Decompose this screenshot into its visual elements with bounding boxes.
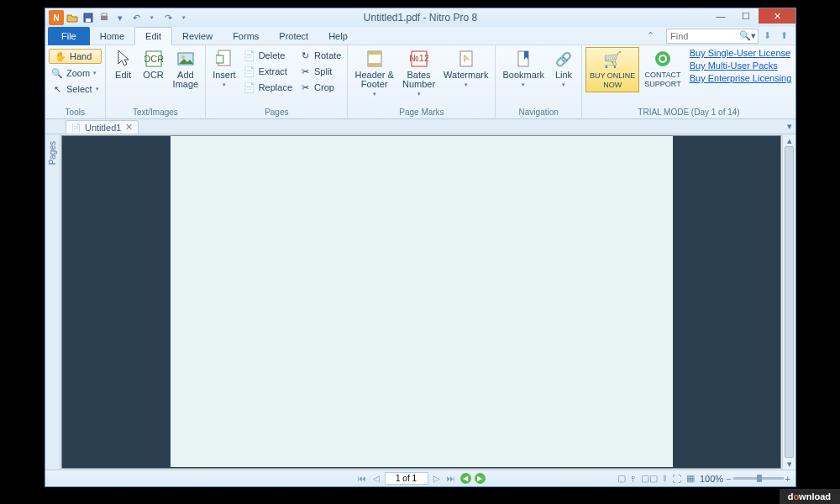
tab-close-icon[interactable]: ✕ <box>125 122 133 133</box>
view-fullscreen-icon[interactable]: ⛶ <box>672 474 681 484</box>
nav-down-icon[interactable]: ⬇ <box>764 30 775 42</box>
crop-button[interactable]: ✂Crop <box>297 81 344 94</box>
redo-icon[interactable]: ↷ <box>160 10 176 25</box>
status-bar: ⏮ ◁ ▷ ⏭ ◀ ▶ ▢ ⫯ ▢▢ ⫴ ⛶ ▦ 100% − <box>45 470 795 486</box>
tab-dropdown-icon[interactable]: ▾ <box>787 121 792 132</box>
group-trial: 🛒BUY ONLINE NOW CONTACT SUPPORT Buy Sing… <box>582 45 795 118</box>
tab-edit[interactable]: Edit <box>134 27 172 45</box>
save-icon[interactable] <box>81 10 96 25</box>
group-label: Pages <box>209 108 344 118</box>
nav-up-icon[interactable]: ⬆ <box>780 30 792 42</box>
bates-number-button[interactable]: №12Bates Number▾ <box>399 47 438 100</box>
collapse-ribbon-icon[interactable]: ⌃ <box>647 30 654 41</box>
edit-button[interactable]: Edit <box>109 47 138 81</box>
replace-button[interactable]: 📄Replace <box>241 81 295 94</box>
zoom-controls: 100% − + <box>700 474 790 484</box>
ocr-icon: OCR <box>144 49 164 69</box>
window-buttons: — ☐ ✕ <box>708 8 795 24</box>
search-icon[interactable]: 🔍▾ <box>739 30 756 41</box>
vertical-scrollbar[interactable]: ▴ ▾ <box>782 134 795 470</box>
maximize-button[interactable]: ☐ <box>733 8 759 24</box>
slider-track[interactable] <box>733 477 784 480</box>
split-button[interactable]: ✂Split <box>297 65 344 78</box>
status-right: ▢ ⫯ ▢▢ ⫴ ⛶ ▦ 100% − + <box>617 473 790 484</box>
scroll-down-icon[interactable]: ▾ <box>783 458 795 470</box>
svg-rect-12 <box>368 63 381 66</box>
next-page-icon[interactable]: ▷ <box>432 474 442 483</box>
view-facing-cont-icon[interactable]: ⫴ <box>663 473 667 484</box>
quick-access-toolbar: N ▾ ↶ ▾ ↷ ▾ <box>45 10 192 25</box>
extract-icon: 📄 <box>244 66 255 77</box>
svg-rect-9 <box>216 55 223 63</box>
scroll-thumb[interactable] <box>785 146 794 458</box>
zoom-tool-button[interactable]: 🔍Zoom ▾ <box>49 66 102 80</box>
buy-online-button[interactable]: 🛒BUY ONLINE NOW <box>585 47 639 92</box>
svg-point-20 <box>660 56 665 61</box>
zoom-slider[interactable]: − + <box>726 474 790 484</box>
nav-back-icon[interactable]: ◀ <box>460 473 471 484</box>
group-navigation: Bookmark▾ 🔗Link▾ Navigation <box>496 45 582 118</box>
first-page-icon[interactable]: ⏮ <box>356 474 368 483</box>
workspace: Pages ▴ ▾ <box>45 134 795 470</box>
tab-file[interactable]: File <box>48 27 90 45</box>
app-icon[interactable]: N <box>49 10 64 25</box>
rotate-button[interactable]: ↻Rotate <box>297 49 344 62</box>
watermark-button[interactable]: AWatermark▾ <box>440 47 491 91</box>
undo-dropdown-icon[interactable]: ▾ <box>144 10 160 25</box>
scroll-up-icon[interactable]: ▴ <box>783 134 795 146</box>
header-footer-button[interactable]: Header & Footer▾ <box>351 47 396 100</box>
ocr-button[interactable]: OCROCR <box>139 47 168 81</box>
view-continuous-icon[interactable]: ⫯ <box>631 474 636 484</box>
bookmark-button[interactable]: Bookmark▾ <box>499 47 548 91</box>
minimize-button[interactable]: — <box>708 8 733 24</box>
print-icon[interactable] <box>97 10 112 25</box>
zoom-in-icon[interactable]: + <box>785 474 790 484</box>
undo-icon[interactable]: ↶ <box>129 10 144 25</box>
view-facing-icon[interactable]: ▢▢ <box>641 473 658 484</box>
page-input[interactable] <box>385 472 428 485</box>
insert-button[interactable]: Insert▾ <box>209 47 239 91</box>
rotate-icon: ↻ <box>299 50 311 61</box>
document-tabstrip: 📄 Untitled1 ✕ ▾ <box>45 119 795 134</box>
buy-multi-link[interactable]: Buy Multi-User Packs <box>690 60 792 71</box>
zoom-out-icon[interactable]: − <box>726 474 731 484</box>
slider-thumb[interactable] <box>757 475 762 482</box>
view-fit-icon[interactable]: ▦ <box>686 473 695 484</box>
add-image-button[interactable]: Add Image <box>170 47 202 91</box>
hand-tool-button[interactable]: ✋Hand <box>49 49 102 64</box>
contact-support-button[interactable]: CONTACT SUPPORT <box>641 47 684 91</box>
open-icon[interactable] <box>65 10 80 25</box>
tab-review[interactable]: Review <box>172 27 223 45</box>
tab-home[interactable]: Home <box>90 27 134 45</box>
pdf-page <box>171 135 673 467</box>
nav-forward-icon[interactable]: ▶ <box>475 473 486 484</box>
delete-button[interactable]: 📄Delete <box>241 49 295 62</box>
cursor-icon: ↖ <box>51 83 63 95</box>
sidebar-pages[interactable]: Pages <box>45 134 60 470</box>
tab-protect[interactable]: Protect <box>269 27 318 45</box>
svg-rect-3 <box>102 13 107 16</box>
document-canvas[interactable] <box>61 135 781 469</box>
zoom-value: 100% <box>700 474 723 484</box>
view-single-icon[interactable]: ▢ <box>617 473 626 484</box>
group-pages: Insert▾ 📄Delete 📄Extract 📄Replace ↻Rotat… <box>206 45 348 118</box>
tab-forms[interactable]: Forms <box>223 27 269 45</box>
image-icon <box>176 49 196 69</box>
extract-button[interactable]: 📄Extract <box>241 65 295 78</box>
svg-rect-1 <box>86 18 91 22</box>
link-button[interactable]: 🔗Link▾ <box>549 47 578 91</box>
qat-dropdown-icon[interactable]: ▾ <box>113 10 128 25</box>
replace-icon: 📄 <box>244 81 255 93</box>
magnifier-icon: 🔍 <box>51 67 63 79</box>
select-tool-button[interactable]: ↖Select ▾ <box>49 82 102 96</box>
tab-help[interactable]: Help <box>318 27 358 45</box>
group-label: Tools <box>49 108 102 118</box>
prev-page-icon[interactable]: ◁ <box>371 474 381 483</box>
document-tab[interactable]: 📄 Untitled1 ✕ <box>66 120 139 134</box>
buy-enterprise-link[interactable]: Buy Enterprise Licensing <box>690 72 792 84</box>
group-label: Text/Images <box>109 108 202 118</box>
close-button[interactable]: ✕ <box>759 8 795 24</box>
buy-single-link[interactable]: Buy Single-User License <box>690 47 792 59</box>
last-page-icon[interactable]: ⏭ <box>445 474 457 483</box>
redo-dropdown-icon[interactable]: ▾ <box>176 10 192 25</box>
